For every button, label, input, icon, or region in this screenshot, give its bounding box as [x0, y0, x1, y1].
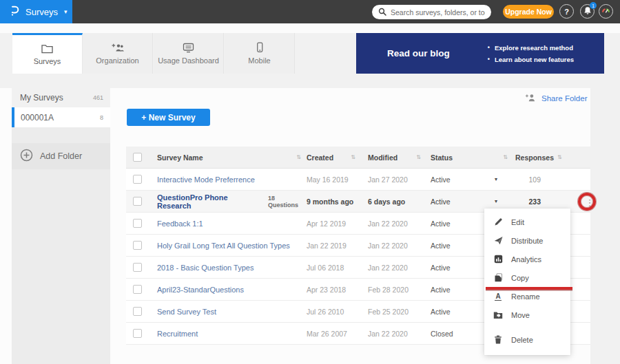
row-checkbox[interactable] — [133, 197, 142, 206]
share-folder-link[interactable]: Share Folder — [525, 93, 587, 104]
sort-icon[interactable] — [296, 154, 301, 160]
modified-date: Feb 28 2020 — [368, 286, 409, 294]
product-menu[interactable]: Surveys — [0, 0, 72, 23]
menu-item-edit[interactable]: Edit — [484, 213, 570, 231]
row-checkbox[interactable] — [133, 241, 142, 250]
survey-name-link[interactable]: QuestionPro Phone Research — [157, 193, 263, 210]
row-context-menu: Edit Distribute Analytics Copy A Rename — [484, 208, 570, 355]
created-date: Apr 23 2018 — [307, 286, 346, 294]
module-tabs: Surveys Organization — [0, 33, 620, 74]
modified-date: Feb 25 2020 — [368, 308, 409, 316]
survey-name-link[interactable]: April23-StandarQuestions — [157, 286, 244, 294]
status-value: Active — [431, 175, 451, 184]
status-value: Active — [431, 220, 451, 228]
modified-date: Jan 22 2020 — [368, 220, 408, 228]
row-checkbox[interactable] — [133, 263, 142, 272]
survey-name-link[interactable]: 2018 - Basic Question Types — [157, 264, 254, 272]
tab-organization[interactable]: Organization — [83, 33, 153, 74]
blog-bullet: Learn about new features — [488, 56, 574, 63]
created-date: May 16 2019 — [307, 175, 349, 184]
annotation-underline — [486, 287, 572, 290]
menu-item-distribute[interactable]: Distribute — [484, 231, 570, 250]
blog-banner-bullets: Explore research method Learn about new … — [488, 44, 574, 63]
copy-icon — [493, 273, 503, 282]
survey-name-link[interactable]: Send Survey Test — [157, 308, 216, 316]
created-date: Apr 12 2019 — [307, 220, 346, 228]
pencil-icon — [493, 217, 503, 226]
new-survey-button[interactable]: + New Survey — [127, 109, 210, 126]
status-value: Active — [431, 197, 451, 206]
blog-bullet: Explore research method — [488, 44, 574, 52]
help-button[interactable]: ? — [559, 4, 574, 19]
upgrade-now-button[interactable]: Upgrade Now — [503, 5, 554, 19]
status-dropdown-caret[interactable] — [495, 198, 497, 204]
folder-label: 000001A — [21, 113, 54, 122]
send-icon — [493, 236, 503, 245]
column-header-status[interactable]: Status — [431, 153, 453, 162]
menu-item-copy[interactable]: Copy — [484, 268, 570, 287]
sort-icon[interactable] — [351, 154, 355, 160]
survey-name-link[interactable]: Feedback 1:1 — [157, 220, 203, 228]
question-mark-icon: ? — [564, 8, 569, 16]
menu-item-delete[interactable]: Delete — [484, 330, 570, 349]
column-header-responses[interactable]: Responses — [515, 153, 554, 162]
menu-item-label: Move — [511, 311, 530, 319]
menu-item-rename[interactable]: A Rename — [484, 287, 570, 306]
status-value: Active — [431, 286, 451, 294]
column-header-created[interactable]: Created — [307, 153, 333, 162]
tab-mobile[interactable]: Mobile — [225, 33, 295, 74]
sort-icon[interactable] — [416, 154, 421, 160]
column-header-survey-name[interactable]: Survey Name — [157, 153, 203, 162]
menu-item-label: Delete — [511, 336, 533, 344]
question-count-badge: 18 Questions — [268, 195, 307, 208]
folder-icon — [41, 43, 54, 54]
tab-label: Surveys — [34, 57, 61, 65]
notifications-button[interactable]: 1 — [580, 4, 595, 19]
row-checkbox[interactable] — [133, 329, 142, 338]
menu-item-analytics[interactable]: Analytics — [484, 250, 570, 268]
responses-count[interactable]: 109 — [528, 175, 541, 184]
add-folder-button[interactable]: Add Folder — [12, 143, 110, 169]
move-folder-icon — [493, 311, 503, 319]
table-row[interactable]: Interactive Mode Preferrence May 16 2019… — [126, 169, 590, 191]
column-header-modified[interactable]: Modified — [368, 153, 397, 162]
global-search[interactable] — [372, 5, 491, 19]
created-date: Mar 26 2007 — [307, 330, 347, 338]
menu-item-label: Distribute — [511, 237, 543, 245]
top-bar: Surveys Upgrade Now ? 1 — [0, 0, 620, 23]
monitor-icon — [182, 43, 195, 53]
rename-icon: A — [493, 292, 503, 301]
share-folder-label: Share Folder — [541, 94, 587, 103]
row-checkbox[interactable] — [133, 285, 142, 294]
sidebar-item-000001A[interactable]: 000001A 8 — [12, 107, 110, 127]
modified-date: Jan 27 2020 — [368, 175, 408, 184]
responses-count[interactable]: 233 — [528, 197, 541, 206]
menu-item-move[interactable]: Move — [484, 306, 570, 324]
sort-icon[interactable] — [503, 154, 508, 160]
search-input[interactable] — [391, 8, 485, 17]
chevron-down-icon — [64, 8, 68, 15]
folder-label: My Surveys — [20, 93, 63, 103]
folders-sidebar: My Surveys 461 000001A 8 Add Folder — [12, 88, 110, 364]
usage-gauge-button[interactable] — [599, 4, 613, 19]
add-folder-label: Add Folder — [40, 151, 82, 161]
status-dropdown-caret[interactable] — [495, 176, 497, 182]
status-value: Closed — [431, 330, 453, 338]
sidebar-item-my-surveys[interactable]: My Surveys 461 — [12, 88, 110, 107]
tab-surveys[interactable]: Surveys — [12, 33, 83, 74]
modified-date: Jan 22 2020 — [368, 330, 408, 338]
modified-date: Jan 22 2020 — [368, 242, 408, 250]
row-checkbox[interactable] — [133, 307, 142, 316]
menu-item-label: Rename — [511, 292, 540, 301]
folder-count: 461 — [93, 94, 103, 101]
select-all-checkbox[interactable] — [133, 153, 142, 162]
trash-icon — [493, 335, 503, 344]
survey-name-link[interactable]: Interactive Mode Preferrence — [157, 175, 255, 184]
row-checkbox[interactable] — [133, 219, 142, 228]
tab-usage-dashboard[interactable]: Usage Dashboard — [154, 33, 224, 74]
questionpro-app: Surveys Upgrade Now ? 1 — [0, 0, 620, 364]
survey-name-link[interactable]: Recruitment — [157, 330, 198, 338]
survey-name-link[interactable]: Holy Grail Long Text All Question Types — [157, 242, 290, 250]
blog-promo-banner[interactable]: Read our blog Explore research method Le… — [356, 33, 604, 74]
row-checkbox[interactable] — [133, 175, 142, 184]
